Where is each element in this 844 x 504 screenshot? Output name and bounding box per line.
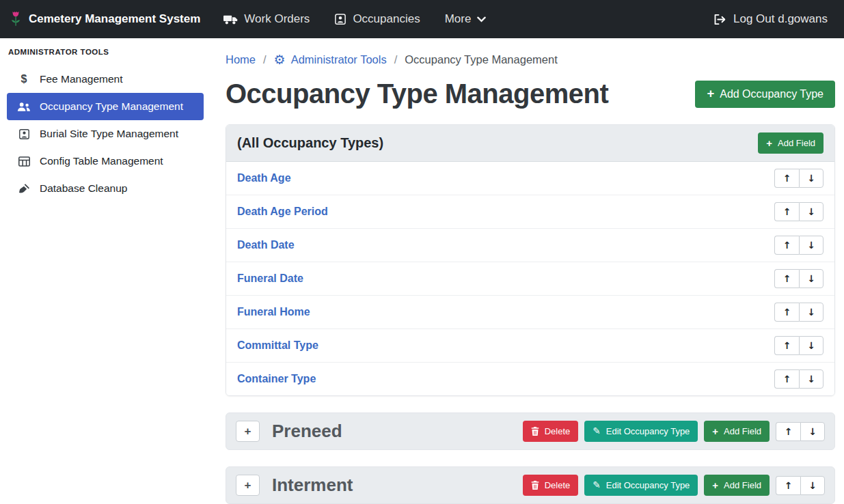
occupancy-type-section-interment: + Interment Delete ✎ Edit Occupancy Type xyxy=(226,466,835,504)
breadcrumb-admin-tools-link[interactable]: ⚙ Administrator Tools xyxy=(274,53,387,66)
app-brand[interactable]: Cemetery Management System xyxy=(10,10,200,29)
nav-label: Work Orders xyxy=(244,12,310,26)
sidebar-item-label: Config Table Management xyxy=(40,155,163,167)
plus-icon: + xyxy=(712,481,718,490)
move-up-button[interactable]: ↑ xyxy=(776,476,800,495)
button-label: Add Field xyxy=(724,480,761,490)
field-row: Funeral Date ↑ ↓ xyxy=(226,262,834,295)
reorder-buttons: ↑ ↓ xyxy=(774,269,823,288)
move-down-button[interactable]: ↓ xyxy=(799,202,823,221)
breadcrumb-label: Administrator Tools xyxy=(291,53,387,66)
plus-icon: + xyxy=(766,139,772,148)
button-label: Delete xyxy=(545,426,571,436)
move-down-button[interactable]: ↓ xyxy=(800,422,825,441)
reorder-buttons: ↑ ↓ xyxy=(776,422,825,441)
field-link[interactable]: Committal Type xyxy=(237,339,318,352)
nav-label: More xyxy=(445,12,472,26)
section-actions: Delete ✎ Edit Occupancy Type + Add Field… xyxy=(523,475,825,496)
breadcrumb: Home / ⚙ Administrator Tools / Occupancy… xyxy=(226,53,835,66)
person-frame-icon xyxy=(17,128,31,140)
occupancy-type-section-preneed: + Preneed Delete ✎ Edit Occupancy Type xyxy=(226,412,835,450)
sidebar: ADMINISTRATOR TOOLS $ Fee Management Occ… xyxy=(0,38,210,504)
edit-occupancy-type-button[interactable]: ✎ Edit Occupancy Type xyxy=(584,421,698,442)
move-down-button[interactable]: ↓ xyxy=(799,236,823,255)
nav-label: Occupancies xyxy=(353,12,420,26)
field-row: Death Date ↑ ↓ xyxy=(226,228,834,262)
move-up-button[interactable]: ↑ xyxy=(774,303,799,322)
move-up-button[interactable]: ↑ xyxy=(774,369,799,389)
pencil-icon: ✎ xyxy=(593,427,600,435)
move-up-button[interactable]: ↑ xyxy=(774,236,799,255)
tulip-logo-icon xyxy=(10,10,22,29)
move-up-button[interactable]: ↑ xyxy=(774,169,799,188)
sidebar-item-occupancy-type-management[interactable]: Occupancy Type Management xyxy=(7,93,204,120)
move-up-button[interactable]: ↑ xyxy=(774,269,799,288)
breadcrumb-current: Occupancy Type Management xyxy=(405,53,558,66)
button-label: Edit Occupancy Type xyxy=(606,426,690,436)
field-link[interactable]: Death Age Period xyxy=(237,206,328,218)
field-link[interactable]: Funeral Home xyxy=(237,306,310,318)
add-field-button[interactable]: + Add Field xyxy=(704,475,770,496)
button-label: Add Field xyxy=(724,426,761,436)
field-link[interactable]: Funeral Date xyxy=(237,272,303,285)
expand-button[interactable]: + xyxy=(236,421,260,442)
person-frame-icon xyxy=(334,13,346,25)
field-row: Committal Type ↑ ↓ xyxy=(226,328,834,362)
move-up-button[interactable]: ↑ xyxy=(774,202,799,221)
field-link[interactable]: Container Type xyxy=(237,373,316,385)
sidebar-item-fee-management[interactable]: $ Fee Management xyxy=(7,66,204,93)
truck-icon xyxy=(223,14,238,25)
edit-occupancy-type-button[interactable]: ✎ Edit Occupancy Type xyxy=(584,475,698,496)
page-layout: ADMINISTRATOR TOOLS $ Fee Management Occ… xyxy=(0,38,844,504)
move-down-button[interactable]: ↓ xyxy=(799,369,823,389)
move-down-button[interactable]: ↓ xyxy=(799,269,823,288)
breadcrumb-home-link[interactable]: Home xyxy=(226,53,256,66)
nav-item-more[interactable]: More xyxy=(445,12,487,26)
nav-item-work-orders[interactable]: Work Orders xyxy=(223,12,310,26)
sidebar-item-label: Occupancy Type Management xyxy=(40,100,183,113)
trash-icon xyxy=(531,427,539,436)
nav-item-occupancies[interactable]: Occupancies xyxy=(334,12,420,26)
top-navbar: Cemetery Management System Work Orders xyxy=(0,0,844,38)
move-up-button[interactable]: ↑ xyxy=(774,336,799,355)
field-row: Death Age Period ↑ ↓ xyxy=(226,195,834,228)
add-field-button[interactable]: + Add Field xyxy=(758,132,823,154)
trash-icon xyxy=(531,481,539,490)
sidebar-item-label: Burial Site Type Management xyxy=(40,128,178,140)
users-icon xyxy=(17,102,31,112)
sidebar-item-database-cleanup[interactable]: Database Cleanup xyxy=(7,175,204,202)
sidebar-item-burial-site-type-management[interactable]: Burial Site Type Management xyxy=(7,120,204,148)
expand-button[interactable]: + xyxy=(236,475,260,496)
add-field-button[interactable]: + Add Field xyxy=(704,421,770,442)
plus-icon: + xyxy=(707,88,714,100)
logout-label: Log Out d.gowans xyxy=(733,12,828,26)
main-content: Home / ⚙ Administrator Tools / Occupancy… xyxy=(210,38,844,504)
move-down-button[interactable]: ↓ xyxy=(800,476,825,495)
move-down-button[interactable]: ↓ xyxy=(799,303,823,322)
card-title: (All Occupancy Types) xyxy=(237,135,383,151)
field-link[interactable]: Death Date xyxy=(237,239,295,251)
pencil-icon: ✎ xyxy=(593,481,600,489)
field-row: Container Type ↑ ↓ xyxy=(226,362,834,395)
sidebar-heading: ADMINISTRATOR TOOLS xyxy=(0,46,210,66)
logout-button[interactable]: Log Out d.gowans xyxy=(713,12,828,26)
move-down-button[interactable]: ↓ xyxy=(799,169,823,188)
dollar-icon: $ xyxy=(17,73,31,85)
delete-button[interactable]: Delete xyxy=(523,421,579,442)
field-row: Death Age ↑ ↓ xyxy=(226,162,834,195)
add-occupancy-type-button[interactable]: + Add Occupancy Type xyxy=(695,81,835,108)
reorder-buttons: ↑ ↓ xyxy=(774,303,823,322)
sidebar-item-config-table-management[interactable]: Config Table Management xyxy=(7,148,204,175)
delete-button[interactable]: Delete xyxy=(523,475,579,496)
reorder-buttons: ↑ ↓ xyxy=(776,476,825,495)
page-title: Occupancy Type Management xyxy=(226,79,608,109)
gear-icon: ⚙ xyxy=(274,53,286,66)
move-down-button[interactable]: ↓ xyxy=(799,336,823,355)
nav-links: Work Orders Occupancies More xyxy=(223,12,486,26)
move-up-button[interactable]: ↑ xyxy=(776,422,800,441)
field-link[interactable]: Death Age xyxy=(237,172,291,184)
breadcrumb-separator: / xyxy=(263,53,267,66)
breadcrumb-separator: / xyxy=(394,53,398,66)
button-label: Add Field xyxy=(778,138,815,148)
plus-icon: + xyxy=(712,427,718,436)
